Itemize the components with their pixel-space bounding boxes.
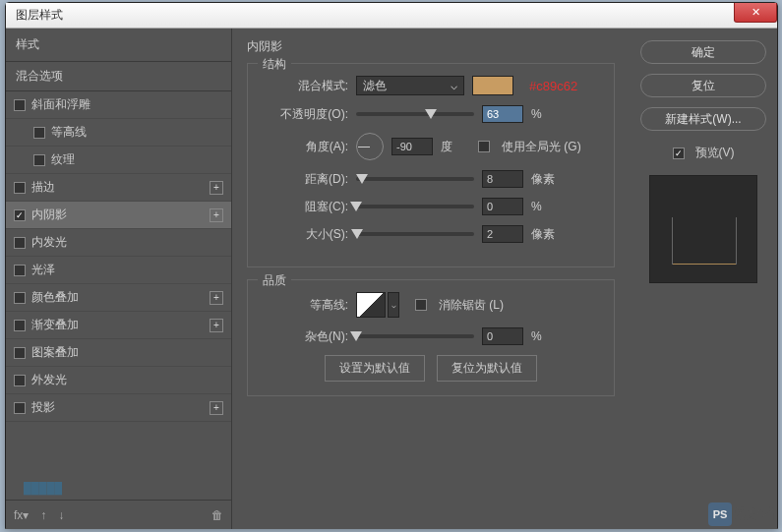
sidebar-item-satin[interactable]: 光泽 <box>6 257 231 284</box>
watermark-logo: PS <box>708 502 732 526</box>
new-style-button[interactable]: 新建样式(W)... <box>640 107 766 131</box>
styles-header[interactable]: 样式 <box>6 29 231 62</box>
sidebar-item-label: 颜色叠加 <box>31 289 79 306</box>
unit-px: 像素 <box>531 171 561 188</box>
unit-percent: % <box>531 107 561 121</box>
sidebar-item-contour-sub[interactable]: 等高线 <box>6 119 231 147</box>
arrow-up-icon[interactable]: ↑ <box>40 508 46 522</box>
reset-default-button[interactable]: 复位为默认值 <box>437 355 537 382</box>
slider-thumb[interactable] <box>350 331 362 341</box>
sidebar-item-bevel[interactable]: 斜面和浮雕 <box>6 91 231 119</box>
layer-style-dialog: 图层样式 ✕ 样式 混合选项 斜面和浮雕 等高线 纹理 描边+ 内阴影+ 内发光… <box>5 2 778 529</box>
angle-row: 角度(A): 度 使用全局光 (G) <box>262 133 600 160</box>
opacity-row: 不透明度(O): % <box>262 105 600 123</box>
angle-input[interactable] <box>391 138 433 155</box>
checkbox[interactable] <box>14 292 26 304</box>
preview-checkbox[interactable] <box>673 148 685 159</box>
add-icon[interactable]: + <box>210 291 223 305</box>
slider-thumb[interactable] <box>351 229 363 239</box>
distance-input[interactable] <box>482 170 523 188</box>
distance-row: 距离(D): 像素 <box>262 170 600 188</box>
sidebar-item-inner-shadow[interactable]: 内阴影+ <box>6 202 231 229</box>
checkbox[interactable] <box>14 182 26 194</box>
arrow-down-icon[interactable]: ↓ <box>58 508 64 522</box>
slider-thumb[interactable] <box>350 202 362 211</box>
sidebar-item-label: 渐变叠加 <box>31 317 79 333</box>
opacity-input[interactable] <box>482 105 523 123</box>
noise-label: 杂色(N): <box>262 328 348 345</box>
noise-row: 杂色(N): % <box>262 327 600 345</box>
opacity-slider[interactable] <box>356 112 474 116</box>
checkbox[interactable] <box>14 209 26 221</box>
structure-fieldset: 结构 混合模式: 滤色⌵ #c89c62 不透明度(O): % 角度(A): <box>247 63 615 267</box>
sidebar-item-label: 图案叠加 <box>31 344 79 361</box>
distance-slider[interactable] <box>356 177 474 181</box>
checkbox[interactable] <box>14 99 26 111</box>
fx-icon[interactable]: fx▾ <box>14 508 29 522</box>
sidebar-item-gradient-overlay[interactable]: 渐变叠加+ <box>6 312 231 339</box>
noise-slider[interactable] <box>356 334 474 338</box>
checkbox[interactable] <box>14 320 26 331</box>
unit-percent: % <box>531 329 561 343</box>
watermark: PS 爱好者 <box>708 502 776 526</box>
checkbox[interactable] <box>33 127 45 139</box>
chevron-down-icon[interactable]: ⌵ <box>388 292 399 318</box>
sidebar-item-label: 光泽 <box>31 262 55 278</box>
trash-icon[interactable]: 🗑 <box>211 508 223 522</box>
ok-button[interactable]: 确定 <box>640 40 766 64</box>
sidebar-item-label: 内发光 <box>31 234 67 251</box>
color-swatch[interactable] <box>472 76 513 95</box>
sidebar-item-label: 斜面和浮雕 <box>31 96 90 113</box>
sidebar-item-label: 等高线 <box>51 124 87 141</box>
blend-mode-label: 混合模式: <box>262 78 348 94</box>
blend-mode-select[interactable]: 滤色⌵ <box>356 76 464 95</box>
checkbox[interactable] <box>14 402 26 414</box>
right-panel: 确定 复位 新建样式(W)... 预览(V) <box>630 29 777 529</box>
sidebar-item-label: 内阴影 <box>31 207 67 223</box>
sidebar-item-inner-glow[interactable]: 内发光 <box>6 229 231 257</box>
sidebar-item-color-overlay[interactable]: 颜色叠加+ <box>6 284 231 312</box>
angle-label: 角度(A): <box>262 139 348 155</box>
contour-label: 等高线: <box>262 297 348 314</box>
sidebar-item-outer-glow[interactable]: 外发光 <box>6 367 231 394</box>
checkbox[interactable] <box>14 265 26 276</box>
quality-label: 品质 <box>258 272 291 289</box>
checkbox[interactable] <box>33 154 45 166</box>
preview-label: 预览(V) <box>695 145 735 161</box>
chevron-down-icon: ⌵ <box>451 79 457 92</box>
checkbox[interactable] <box>14 237 26 249</box>
add-icon[interactable]: + <box>210 319 223 332</box>
distance-label: 距离(D): <box>262 171 348 188</box>
slider-thumb[interactable] <box>356 174 368 184</box>
sidebar-item-pattern-overlay[interactable]: 图案叠加 <box>6 339 231 367</box>
noise-input[interactable] <box>482 327 523 345</box>
antialias-checkbox[interactable] <box>415 299 427 311</box>
sidebar-item-label: 描边 <box>31 179 55 196</box>
choke-input[interactable] <box>482 198 523 215</box>
contour-row: 等高线: ⌵ 消除锯齿 (L) <box>262 292 600 318</box>
make-default-button[interactable]: 设置为默认值 <box>325 355 425 382</box>
preview-toggle[interactable]: 预览(V) <box>673 145 735 161</box>
size-slider[interactable] <box>356 232 474 236</box>
checkbox[interactable] <box>14 375 26 386</box>
blend-mode-row: 混合模式: 滤色⌵ #c89c62 <box>262 76 600 95</box>
titlebar[interactable]: 图层样式 ✕ <box>6 3 777 29</box>
contour-picker[interactable]: ⌵ <box>356 292 399 318</box>
add-icon[interactable]: + <box>210 208 223 222</box>
size-input[interactable] <box>482 225 523 243</box>
window-title: 图层样式 <box>16 7 63 24</box>
add-icon[interactable]: + <box>210 181 223 195</box>
cancel-button[interactable]: 复位 <box>640 74 766 97</box>
add-icon[interactable]: + <box>210 401 223 415</box>
choke-slider[interactable] <box>356 205 474 208</box>
sidebar-item-stroke[interactable]: 描边+ <box>6 174 231 202</box>
blend-options-header[interactable]: 混合选项 <box>6 62 231 91</box>
checkbox[interactable] <box>14 347 26 359</box>
global-light-checkbox[interactable] <box>478 141 490 152</box>
close-button[interactable]: ✕ <box>734 3 777 23</box>
slider-thumb[interactable] <box>425 109 437 119</box>
content-area: 样式 混合选项 斜面和浮雕 等高线 纹理 描边+ 内阴影+ 内发光 光泽 颜色叠… <box>6 29 777 529</box>
sidebar-item-texture[interactable]: 纹理 <box>6 147 231 174</box>
sidebar-item-drop-shadow[interactable]: 投影+ <box>6 394 231 422</box>
angle-dial[interactable] <box>356 133 384 160</box>
